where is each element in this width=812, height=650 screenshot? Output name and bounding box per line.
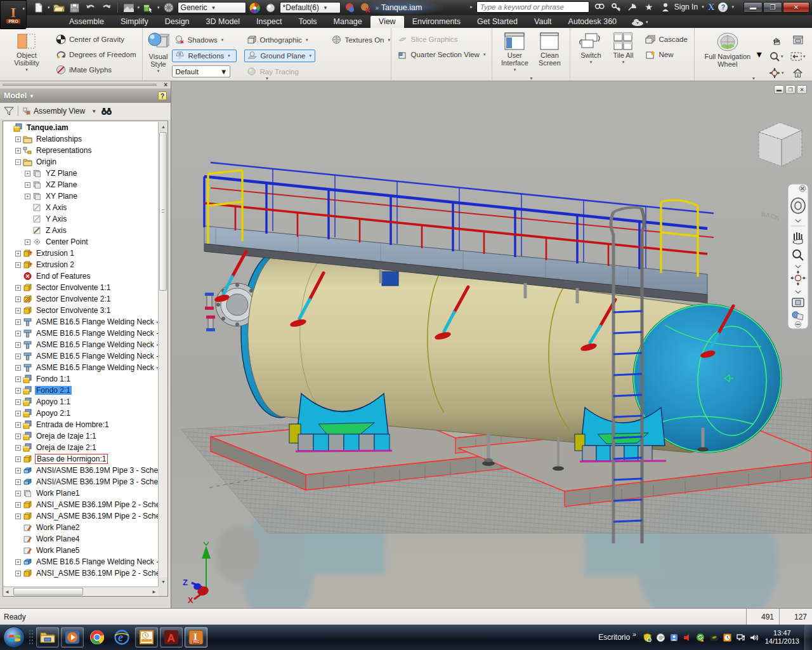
doc-restore-button[interactable]: ❐	[785, 85, 796, 94]
ribbon-tab-design[interactable]: Design	[157, 16, 198, 28]
expand-icon[interactable]: +	[15, 354, 21, 359]
taskbar-app-organizer[interactable]	[135, 627, 158, 647]
ground-plane-button[interactable]: Ground Plane▾	[244, 50, 315, 62]
cloud-tab-icon[interactable]: ▾	[631, 18, 648, 28]
ribbon-tab-assemble[interactable]: Assemble	[61, 16, 112, 28]
navbar-collapse-icon[interactable]	[796, 322, 801, 328]
user-interface-button[interactable]: User Interface ▾	[496, 30, 533, 72]
subscription-key-icon[interactable]	[610, 1, 622, 13]
scroll-left-arrow[interactable]: ◄	[4, 587, 10, 597]
color-wheel-button[interactable]	[248, 1, 262, 14]
tree-item[interactable]: +Fondo 2:1	[3, 385, 158, 396]
navbar-close-icon[interactable]	[799, 185, 806, 192]
adjust-appearance-button[interactable]	[343, 1, 357, 14]
expand-icon[interactable]: +	[15, 571, 21, 576]
3d-scene[interactable]: Z X Y BACK LEFT	[171, 81, 812, 608]
style-combo[interactable]: Default▼	[172, 65, 230, 77]
new-file-button[interactable]	[32, 1, 46, 14]
ribbon-tab-vault[interactable]: Vault	[526, 16, 560, 28]
material-button[interactable]	[162, 1, 176, 14]
expand-icon[interactable]: +	[15, 308, 21, 314]
open-button[interactable]	[52, 1, 66, 14]
ribbon-tab-3d-model[interactable]: 3D Model	[198, 16, 249, 28]
tree-item[interactable]: +Relationships	[3, 133, 158, 145]
expand-icon[interactable]: +	[15, 331, 21, 336]
tray-media-red-icon[interactable]	[683, 633, 692, 642]
taskbar-app-internet-explorer[interactable]: e	[110, 627, 133, 647]
start-button[interactable]	[3, 627, 25, 648]
ribbon-tab-environments[interactable]: Environments	[404, 16, 469, 28]
tree-item[interactable]: +Oreja de Izaje 1:1	[3, 430, 158, 442]
ribbon-tab-tools[interactable]: Tools	[290, 16, 325, 28]
tree-item[interactable]: Work Plane2	[3, 522, 158, 533]
pan-button[interactable]	[766, 32, 787, 48]
ribbon-tab-simplify[interactable]: Simplify	[112, 16, 157, 28]
new-window-button[interactable]: New	[643, 48, 690, 61]
expand-icon[interactable]: +	[15, 514, 21, 519]
collapse-icon[interactable]: −	[15, 159, 21, 165]
ribbon-tab-inspect[interactable]: Inspect	[248, 16, 290, 28]
search-input[interactable]	[476, 1, 589, 13]
expand-icon[interactable]: +	[15, 319, 21, 325]
tray-network-icon[interactable]	[736, 633, 745, 642]
tree-item[interactable]: +YZ Plane	[3, 168, 158, 179]
expand-icon[interactable]: +	[15, 456, 21, 462]
tray-updater-swirl-icon[interactable]	[656, 633, 665, 642]
taskbar-clock[interactable]: 13:47 14/11/2013	[765, 629, 799, 646]
expand-icon[interactable]: +	[15, 388, 21, 394]
favorites-star-icon[interactable]: ★	[643, 1, 655, 13]
communication-center-icon[interactable]	[626, 1, 639, 13]
sign-in-dropdown[interactable]: ▾	[702, 4, 704, 10]
title-flyout-arrow[interactable]: ▸	[470, 4, 473, 10]
scroll-up-arrow[interactable]: ▲	[159, 122, 168, 131]
tree-item[interactable]: +ASME B16.5 Flange Welding Neck - C	[3, 556, 158, 567]
object-visibility-button[interactable]: Object Visibility ▾	[4, 30, 49, 72]
expand-icon[interactable]: +	[15, 491, 21, 496]
panel-expand-arrow[interactable]: ▼	[751, 76, 756, 81]
doc-close-button[interactable]: ✕	[797, 85, 807, 94]
sign-in-person-icon[interactable]	[659, 1, 672, 13]
expand-icon[interactable]: +	[15, 148, 21, 154]
new-file-dropdown[interactable]: ▾	[48, 5, 50, 10]
panel-expand-arrow[interactable]: ▼	[529, 76, 534, 81]
taskbar-app-chrome[interactable]	[86, 627, 108, 647]
ribbon-tab-autodesk-360[interactable]: Autodesk 360	[560, 16, 625, 28]
tray-sync-warning-icon[interactable]	[696, 633, 705, 642]
look-at-icon[interactable]	[792, 298, 804, 307]
tree-item[interactable]: −Origin	[3, 156, 158, 168]
taskbar-app-media-player[interactable]	[61, 627, 84, 647]
navigation-bar[interactable]	[788, 184, 808, 329]
tree-item[interactable]: Work Plane4	[3, 533, 158, 545]
search-binoculars-icon[interactable]	[100, 107, 113, 116]
ribbon-tab-manage[interactable]: Manage	[325, 16, 370, 28]
orthographic-button[interactable]: Orthographic▾	[244, 34, 325, 46]
zoom-button[interactable]: ▾	[766, 48, 787, 65]
tree-item[interactable]: +ANSI_ASME B36.19M Pipe 2 - Sched	[3, 567, 158, 579]
tree-item[interactable]: +Sector Envolvente 2:1	[3, 293, 158, 305]
expand-icon[interactable]: +	[15, 479, 21, 485]
window-close-button[interactable]: ✕	[783, 2, 809, 13]
hscroll-thumb[interactable]	[13, 588, 83, 595]
tree-item[interactable]: +ASME B16.5 Flange Welding Neck - C	[3, 328, 158, 339]
degrees-of-freedom-button[interactable]: Degrees of Freedom	[53, 48, 138, 61]
expand-icon[interactable]: +	[15, 411, 21, 416]
redo-button[interactable]	[100, 1, 114, 14]
select-dropdown[interactable]: ▾	[157, 5, 160, 10]
expand-icon[interactable]: +	[15, 468, 21, 474]
sign-in-label[interactable]: Sign In	[674, 3, 698, 11]
expand-icon[interactable]: +	[15, 296, 21, 302]
tree-item[interactable]: +Center Point	[3, 236, 158, 248]
full-navigation-wheel-button[interactable]: Full Navigation Wheel	[698, 30, 757, 68]
expand-icon[interactable]: +	[15, 251, 21, 256]
help-icon[interactable]: ?	[718, 3, 728, 12]
tree-item[interactable]: +ASME B16.5 Flange Welding Neck - C	[3, 362, 158, 373]
tile-all-button[interactable]: Tile All ▾	[607, 30, 639, 65]
tree-item[interactable]: +Work Plane1	[3, 488, 158, 499]
center-of-gravity-button[interactable]: Center of Gravity	[53, 33, 138, 46]
tree-item[interactable]: +ANSI/ASME B36.19M Pipe 3 - Schedu	[3, 476, 158, 488]
expand-icon[interactable]: +	[15, 136, 21, 142]
select-button[interactable]	[141, 1, 155, 14]
cascade-button[interactable]: Cascade	[643, 33, 690, 46]
3d-viewport[interactable]: ▬ ❐ ✕	[171, 81, 812, 608]
filter-icon[interactable]	[4, 107, 14, 116]
